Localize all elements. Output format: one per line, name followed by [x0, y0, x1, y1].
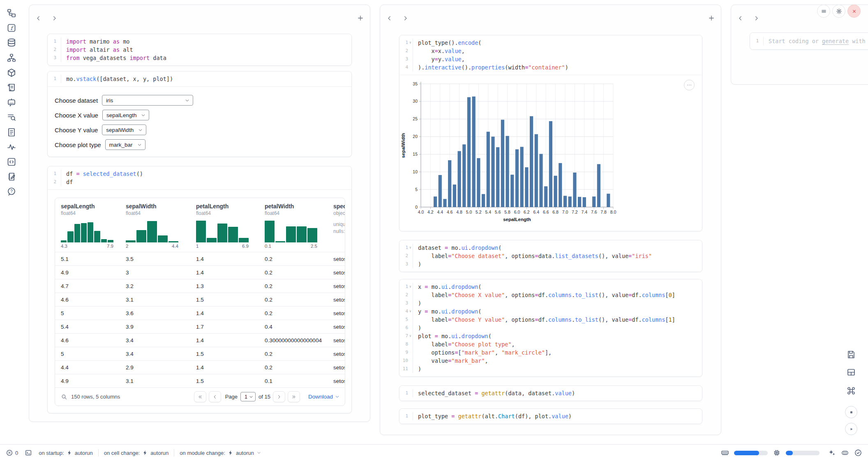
table-row[interactable]: 5.13.51.40.2setosa	[55, 252, 345, 265]
control-label: Choose plot type	[55, 141, 101, 148]
column-histogram	[196, 219, 249, 242]
add-cell-button[interactable]	[706, 13, 716, 23]
ai-sparkles-icon[interactable]	[828, 449, 836, 457]
column-next-button[interactable]	[751, 13, 761, 23]
first-page-button[interactable]	[194, 391, 206, 402]
dependency-graph-icon[interactable]	[7, 53, 16, 63]
chevron-right-icon	[51, 15, 58, 22]
column-prev-button[interactable]	[33, 13, 43, 23]
menu-icon	[820, 8, 827, 15]
file-tree-icon[interactable]	[7, 8, 16, 18]
notebook-icon[interactable]	[7, 172, 16, 182]
tracing-icon[interactable]	[7, 142, 16, 152]
code-editor-plottype[interactable]: 1plot_type = getattr(alt.Chart(df), plot…	[399, 409, 702, 424]
run-config-2[interactable]: on cell change:autorun	[104, 450, 169, 456]
cell-empty: 1 Start coding or generate with AI	[750, 32, 868, 50]
connection-status-icon[interactable]	[854, 449, 862, 457]
error-count-indicator[interactable]: 0	[6, 449, 18, 456]
y-value-select[interactable]: sepalWidth	[102, 124, 146, 135]
prev-page-button[interactable]	[209, 391, 221, 402]
code-editor-plot[interactable]: 1∨plot_type().encode(2 x=x.value,3 y=y.v…	[399, 35, 702, 75]
column-next-button[interactable]	[49, 13, 59, 23]
column-prev-button[interactable]	[384, 13, 394, 23]
vstack-controls-output: Choose datasetirisChoose X valuesepalLen…	[48, 87, 351, 157]
chevron-right-icon	[402, 15, 409, 22]
column-header-petalLength[interactable]: petalLengthfloat6416.9	[196, 203, 265, 249]
documentation-icon[interactable]	[7, 127, 16, 137]
ai-chat-icon[interactable]	[7, 97, 16, 107]
svg-text:25: 25	[413, 116, 418, 121]
chevron-right-icon	[753, 15, 760, 22]
table-row[interactable]: 4.931.40.2setosa	[55, 265, 345, 279]
plot-type-select[interactable]: mark_bar	[105, 139, 145, 150]
cpu-meter	[786, 451, 820, 455]
chart-output[interactable]: 051015202530354.04.24.44.64.85.05.25.45.…	[399, 75, 702, 231]
copilot-icon[interactable]	[841, 449, 849, 457]
download-button[interactable]: Download	[308, 394, 340, 400]
search-icon[interactable]	[61, 394, 67, 400]
table-row[interactable]: 4.42.91.40.2setosa	[55, 360, 345, 374]
code-editor-selected[interactable]: 1selected_dataset = getattr(data, datase…	[399, 386, 702, 401]
code-editor-empty[interactable]: 1 Start coding or generate with AI	[750, 33, 868, 49]
run-config-3[interactable]: on module change:autorun	[180, 450, 261, 456]
snippets-icon[interactable]	[7, 157, 16, 167]
page-select[interactable]: 1	[240, 392, 256, 401]
chart-options-button[interactable]	[684, 80, 695, 90]
terminal-button[interactable]	[25, 449, 32, 456]
code-editor-xyplot[interactable]: 1∨x = mo.ui.dropdown(2 label="Choose X v…	[399, 279, 702, 376]
column-header-petalWidth[interactable]: petalWidthfloat640.12.5	[265, 203, 333, 249]
save-button[interactable]	[846, 350, 856, 360]
play-icon	[848, 426, 855, 433]
table-row[interactable]: 5.43.91.70.4setosa	[55, 320, 345, 333]
column-prev-button[interactable]	[735, 13, 745, 23]
next-page-button[interactable]	[273, 391, 285, 402]
scratchpad-icon[interactable]	[7, 83, 16, 92]
help-icon[interactable]: ?	[7, 187, 16, 196]
code-editor-vstack[interactable]: 1mo.vstack([dataset, x, y, plot])	[48, 71, 351, 86]
svg-text:sepalWidth: sepalWidth	[401, 133, 406, 158]
svg-text:6.8: 6.8	[552, 210, 559, 214]
command-icon	[846, 386, 856, 396]
svg-text:20: 20	[413, 134, 418, 139]
svg-text:4.4: 4.4	[437, 210, 443, 214]
chevrons-left-icon	[197, 394, 203, 400]
bolt-icon	[228, 450, 233, 456]
code-editor-imports[interactable]: 1import marimo as mo2import altair as al…	[48, 34, 351, 65]
database-icon[interactable]	[7, 38, 16, 48]
packages-icon[interactable]	[7, 68, 16, 78]
code-editor-dataset[interactable]: 1∨dataset = mo.ui.dropdown(2 label="Choo…	[399, 240, 702, 272]
x-value-select[interactable]: sepalLength	[102, 110, 150, 120]
generate-link[interactable]: generate	[822, 38, 849, 44]
table-row[interactable]: 4.93.11.50.1setosa	[55, 374, 345, 387]
notebook-menu-button[interactable]	[817, 5, 830, 18]
add-cell-button[interactable]	[356, 13, 365, 23]
functions-icon[interactable]: f	[7, 23, 16, 33]
table-row[interactable]: 4.73.21.30.2setosa	[55, 279, 345, 293]
stop-button[interactable]	[845, 406, 857, 418]
app-view-button[interactable]	[846, 367, 856, 377]
dataset-select[interactable]: iris	[102, 95, 193, 106]
last-page-button[interactable]	[288, 391, 300, 402]
settings-button[interactable]	[832, 5, 845, 18]
run-button[interactable]	[845, 423, 857, 435]
keyboard-shortcuts-button[interactable]	[846, 386, 856, 396]
table-row[interactable]: 53.61.40.2setosa	[55, 306, 345, 320]
cell-selected-dataset: 1selected_dataset = getattr(data, datase…	[399, 385, 702, 401]
table-row[interactable]: 4.63.11.50.2setosa	[55, 293, 345, 306]
logs-icon[interactable]	[7, 112, 16, 122]
column-header-sepalLength[interactable]: sepalLengthfloat644.37.9	[61, 203, 126, 249]
column-header-sepalWidth[interactable]: sepalWidthfloat6424.4	[126, 203, 196, 249]
chevron-down-icon	[138, 127, 143, 133]
code-editor-dataframe[interactable]: 1df = selected_dataset()2df	[48, 166, 351, 189]
table-row[interactable]: 4.63.41.40.30000000000000004setosa	[55, 333, 345, 347]
gear-icon	[836, 8, 843, 15]
run-config-1[interactable]: on startup:autorun	[39, 450, 93, 456]
chevron-left-icon	[386, 15, 393, 22]
shutdown-button[interactable]	[847, 5, 861, 18]
svg-text:7.2: 7.2	[572, 210, 578, 214]
table-row[interactable]: 53.41.50.2setosa	[55, 347, 345, 360]
column-header-species[interactable]: speciesobjectunique:nulls:	[333, 203, 345, 249]
svg-text:5: 5	[415, 187, 418, 192]
column-next-button[interactable]	[400, 13, 410, 23]
sepal-bar-chart[interactable]: 051015202530354.04.24.44.64.85.05.25.45.…	[399, 77, 702, 227]
